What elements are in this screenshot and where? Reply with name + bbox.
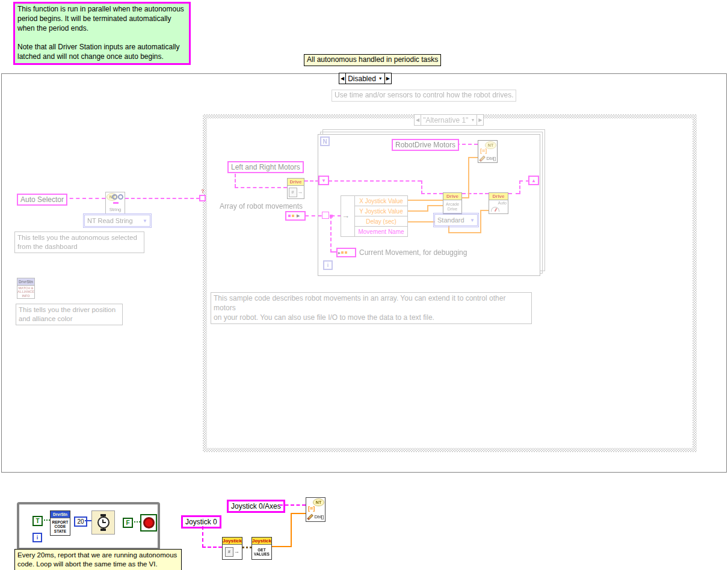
bracket-icon: [=] (308, 506, 315, 512)
false-constant[interactable]: F (123, 518, 133, 528)
wait-ms-constant[interactable]: 20 (74, 516, 87, 527)
next-case-icon[interactable]: ▶ (385, 73, 391, 84)
wire-numeric (85, 520, 91, 521)
unbundle-by-name-node[interactable]: → X Joystick Value Y Joystick Value Dela… (341, 195, 408, 237)
pencil-icon (479, 156, 486, 162)
wire-y-joystick (407, 210, 427, 212)
wire-delay (480, 210, 489, 211)
nt-write-dbl-array-node[interactable]: NT [=] Dbl[] (306, 497, 325, 522)
polymorphic-selector-value: NT Read String (87, 217, 133, 224)
joystick0-axes-label: Joystick 0/Axes (227, 500, 285, 513)
get-values-body: GET VALUES (252, 545, 271, 559)
standard-enum-constant[interactable]: Standard ▼ (434, 214, 478, 226)
joystick-banner: Joystick (223, 538, 242, 545)
drive-banner: Drive (489, 193, 508, 200)
wire-axes-values (291, 513, 292, 547)
chevron-down-icon[interactable]: ▼ (470, 118, 475, 122)
index-arrow-icon: ▶ (297, 213, 300, 218)
wire-motor-values (468, 157, 478, 158)
nt-type-label: String (106, 207, 125, 212)
comment-use-time: Use time and/or sensors to control how t… (332, 90, 516, 102)
wire-device-refnum (242, 547, 251, 548)
arcade-drive-vi[interactable]: Drive Arcade Drive (443, 192, 462, 214)
cluster-glyph (288, 215, 291, 217)
wire-drive-refnum (304, 180, 319, 182)
watch-icon (97, 514, 110, 531)
match-alliance-info-vi[interactable]: DrvrStn MATCH & ALLIANCE INFO (17, 278, 35, 299)
joystick-open-vi[interactable]: Joystick #→ (222, 537, 242, 560)
next-case-icon[interactable]: ▶ (477, 115, 483, 125)
wire-auto-selector (125, 198, 200, 199)
joystick-banner: Joystick (252, 538, 271, 545)
joystick-get-values-vi[interactable]: Joystick GET VALUES (251, 537, 272, 560)
arcade-drive-body: Arcade Drive (443, 200, 461, 213)
wire-joystick-refnum (202, 526, 203, 548)
robotdrive-motors-label: RobotDrive Motors (392, 139, 459, 151)
array-of-movements-label: Array of robot movements (220, 202, 303, 210)
previous-case-icon[interactable]: ◀ (415, 115, 421, 125)
joystick0-label: Joystick 0 (181, 515, 221, 529)
nt-read-string-selector[interactable]: NT Read String ▼ (84, 215, 150, 227)
iteration-terminal: i (32, 533, 42, 542)
chevron-down-icon[interactable]: ▼ (143, 218, 147, 224)
wire-drive-refnum (519, 180, 520, 194)
wire-robotdrive-motors (456, 144, 478, 145)
stop-light-icon (143, 517, 155, 529)
drive-open-vi[interactable]: Drive #→ (287, 178, 304, 199)
comment-driver-position: This tells you the driver position and a… (16, 304, 123, 325)
report-code-state-vi[interactable]: DrvrStn REPORT CODE STATE (50, 510, 70, 536)
glasses-icon (112, 194, 123, 200)
wire-axes-values (272, 546, 292, 547)
left-right-motors-label: Left and Right Motors (227, 161, 304, 173)
chevron-down-icon[interactable]: ▼ (470, 218, 475, 223)
wire-boolean (42, 519, 50, 521)
true-constant[interactable]: T (32, 516, 43, 526)
iteration-terminal: i (323, 260, 333, 270)
enum-value: Standard (437, 216, 464, 224)
drvrstn-banner: DrvrStn (51, 511, 70, 518)
broken-tunnel-question-icon: ? (201, 188, 205, 194)
wire-drive-refnum (462, 193, 489, 194)
nt-read-string-node[interactable]: NT String (105, 192, 125, 214)
nt-write-dbl-array-node[interactable]: NT [=] Dbl[] (478, 140, 498, 163)
nt-type-label: Dbl[] (487, 156, 496, 161)
chevron-down-icon[interactable]: ▼ (378, 76, 383, 81)
drive-banner: Drive (443, 193, 461, 200)
pencil-icon (307, 514, 313, 521)
auto-index-tunnel (322, 212, 329, 219)
document-icon: # (225, 547, 233, 557)
bracket-icon: [=] (480, 148, 487, 154)
unbundle-field-y: Y Joystick Value (354, 206, 408, 216)
unbundle-field-name: Movement Name (354, 226, 408, 237)
disabled-content-layer: Use time and/or sensors to control how t… (0, 0, 728, 570)
current-movement-label: Current Movement, for debugging (359, 248, 467, 257)
cluster-glyph (292, 215, 294, 217)
wire-drive-refnum (508, 193, 519, 194)
gauge-icon (491, 207, 499, 212)
case-selector-disabled[interactable]: ◀ Disabled▼ ▶ (339, 73, 392, 84)
wire-axes-values (291, 513, 306, 514)
nt-type-label: Dbl[] (315, 514, 324, 519)
drive-auto-vi[interactable]: Drive Auto (489, 192, 508, 214)
case-selector-alternative[interactable]: ◀ "Alternative 1"▼ ▶ (414, 114, 484, 126)
previous-case-icon[interactable]: ◀ (339, 73, 345, 84)
wait-until-next-ms-node[interactable] (91, 510, 115, 535)
current-movement-indicator[interactable]: ▸ (336, 248, 356, 257)
comment-every-20ms: Every 20ms, report that we are running a… (14, 549, 182, 570)
wire-drive-refnum (421, 180, 422, 194)
drvrstn-banner: DrvrStn (17, 278, 34, 286)
loop-stop-button[interactable] (140, 514, 157, 532)
movement-array-constant[interactable]: ▶ (285, 211, 306, 221)
report-code-body: REPORT CODE STATE (51, 518, 70, 535)
case-selector-label: Disabled (348, 75, 376, 83)
cluster-glyph (341, 251, 344, 254)
wire-delay (448, 232, 480, 233)
arrow-right-icon: → (342, 211, 350, 220)
wire-y-joystick (427, 205, 443, 206)
cluster-glyph (345, 251, 347, 254)
unbundle-field-x: X Joystick Value (354, 195, 408, 206)
comment-sample-code: This sample code describes robot movemen… (211, 292, 532, 324)
indicator-arrow-icon: ▸ (338, 250, 341, 256)
wire-movement-array (330, 251, 336, 253)
wire-movement-array (330, 215, 332, 253)
